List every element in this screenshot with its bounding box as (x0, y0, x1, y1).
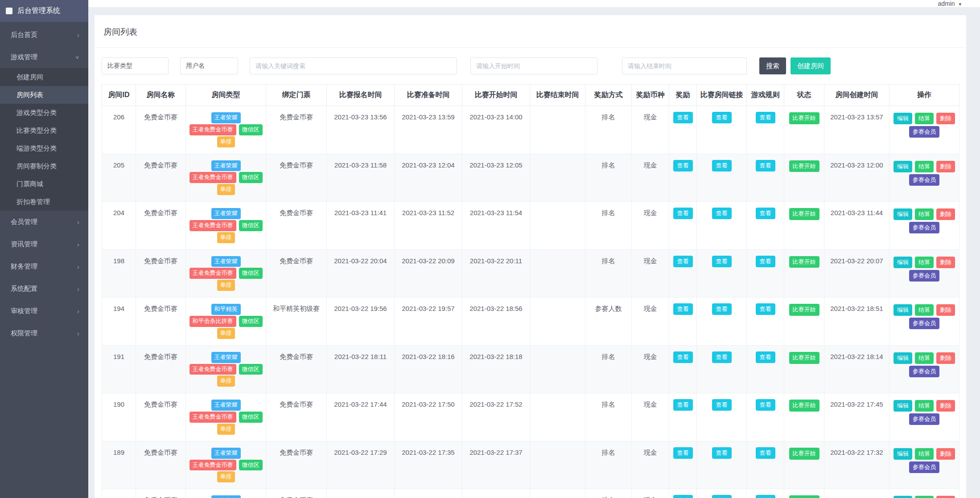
view-room-link-button[interactable]: 查看 (712, 399, 732, 411)
keyword-input[interactable] (250, 57, 457, 74)
view-reward-button[interactable]: 查看 (673, 351, 693, 363)
sidebar-item-audit-management[interactable]: 审核管理› (0, 300, 88, 322)
submenu-item-ticket-mall[interactable]: 门票商城 (0, 175, 88, 193)
view-game-rules-button[interactable]: 查看 (756, 256, 775, 267)
members-button[interactable]: 参赛会员 (909, 318, 939, 329)
delete-button[interactable]: 删除 (936, 352, 955, 364)
delete-button[interactable]: 删除 (936, 208, 955, 220)
cell-actions: 编辑结算删除参赛会员 (889, 154, 959, 202)
view-game-rules-button[interactable]: 查看 (756, 208, 775, 219)
search-button[interactable]: 搜索 (759, 57, 786, 74)
members-button[interactable]: 参赛会员 (909, 461, 939, 473)
start-time-input[interactable] (470, 57, 597, 74)
members-button[interactable]: 参赛会员 (909, 174, 939, 186)
column-header: 奖励 (669, 85, 697, 106)
edit-button[interactable]: 编辑 (894, 208, 912, 220)
submenu-item-room-list[interactable]: 房间列表 (0, 86, 88, 104)
view-reward-button[interactable]: 查看 (673, 447, 693, 459)
edit-button[interactable]: 编辑 (894, 400, 912, 412)
settle-button[interactable]: 结算 (915, 257, 934, 268)
submenu-item-room-format-category[interactable]: 房间赛制分类 (0, 157, 88, 175)
submenu-item-discount-coupon[interactable]: 折扣卷管理 (0, 193, 88, 211)
delete-button[interactable]: 删除 (936, 448, 955, 460)
members-button[interactable]: 参赛会员 (909, 270, 939, 282)
view-game-rules-button[interactable]: 查看 (756, 495, 775, 498)
submenu-item-create-room[interactable]: 创建房间 (0, 68, 88, 86)
cell-reward: 查看 (669, 154, 697, 202)
members-button[interactable]: 参赛会员 (909, 222, 939, 233)
view-room-link-button[interactable]: 查看 (712, 208, 732, 219)
view-room-link-button[interactable]: 查看 (712, 160, 732, 171)
cell-start-time: 2021-03-22 17:52 (462, 393, 530, 441)
settle-button[interactable]: 结算 (915, 496, 934, 498)
view-game-rules-button[interactable]: 查看 (756, 447, 775, 459)
delete-button[interactable]: 删除 (936, 161, 955, 172)
submenu-item-game-type-category[interactable]: 游戏类型分类 (0, 104, 88, 122)
view-reward-button[interactable]: 查看 (673, 256, 693, 267)
settle-button[interactable]: 结算 (915, 113, 934, 124)
settle-button[interactable]: 结算 (915, 161, 934, 172)
view-game-rules-button[interactable]: 查看 (756, 399, 775, 411)
submenu-item-match-type-category[interactable]: 比赛类型分类 (0, 122, 88, 139)
settle-button[interactable]: 结算 (915, 304, 934, 316)
nav-label: 房间列表 (16, 91, 43, 99)
view-room-link-button[interactable]: 查看 (712, 495, 732, 498)
status-badge: 比赛开始 (789, 304, 819, 316)
edit-button[interactable]: 编辑 (894, 352, 912, 364)
column-header: 奖励方式 (585, 85, 632, 106)
edit-button[interactable]: 编辑 (894, 113, 912, 124)
view-room-link-button[interactable]: 查看 (712, 256, 732, 267)
delete-button[interactable]: 删除 (936, 113, 955, 124)
sidebar-item-system-config[interactable]: 系统配置› (0, 278, 88, 300)
sidebar-item-info-management[interactable]: 资讯管理› (0, 233, 88, 255)
view-reward-button[interactable]: 查看 (673, 160, 693, 171)
view-room-link-button[interactable]: 查看 (712, 351, 732, 363)
view-room-link-button[interactable]: 查看 (712, 303, 732, 315)
admin-dropdown[interactable]: admin ▾ (938, 0, 961, 7)
edit-button[interactable]: 编辑 (894, 448, 912, 460)
edit-button[interactable]: 编辑 (894, 496, 912, 498)
view-room-link-button[interactable]: 查看 (712, 112, 732, 123)
content: 房间列表 搜索 创建房间 房间ID房间名称房间类型绑定门票比赛报名时间比赛准备时… (88, 7, 980, 498)
view-game-rules-button[interactable]: 查看 (756, 112, 775, 123)
view-reward-button[interactable]: 查看 (673, 495, 693, 498)
view-reward-button[interactable]: 查看 (673, 303, 693, 315)
view-reward-button[interactable]: 查看 (673, 112, 693, 123)
edit-button[interactable]: 编辑 (894, 257, 912, 268)
view-room-link-button[interactable]: 查看 (712, 447, 732, 459)
cell-status: 比赛开始 (784, 489, 824, 498)
cell-ready-time: 2021-03-22 19:57 (395, 298, 462, 346)
view-game-rules-button[interactable]: 查看 (756, 160, 775, 171)
sidebar-item-member-management[interactable]: 会员管理› (0, 211, 88, 233)
nav-label: 审核管理 (11, 307, 37, 315)
end-time-input[interactable] (622, 57, 747, 74)
members-button[interactable]: 参赛会员 (909, 413, 939, 425)
delete-button[interactable]: 删除 (936, 496, 955, 498)
delete-button[interactable]: 删除 (936, 304, 955, 316)
view-game-rules-button[interactable]: 查看 (756, 351, 775, 363)
settle-button[interactable]: 结算 (915, 448, 934, 460)
view-reward-button[interactable]: 查看 (673, 399, 693, 411)
settle-button[interactable]: 结算 (915, 352, 934, 364)
cell-room-id: 205 (102, 154, 136, 202)
sidebar-item-permission-management[interactable]: 权限管理› (0, 322, 88, 344)
view-reward-button[interactable]: 查看 (673, 208, 693, 219)
delete-button[interactable]: 删除 (936, 400, 955, 412)
submenu-item-client-game-category[interactable]: 端游类型分类 (0, 139, 88, 157)
settle-button[interactable]: 结算 (915, 400, 934, 412)
match-type-select[interactable] (102, 57, 169, 74)
edit-button[interactable]: 编辑 (894, 304, 912, 316)
delete-button[interactable]: 删除 (936, 257, 955, 268)
username-select[interactable] (180, 57, 238, 74)
sidebar-item-finance-management[interactable]: 财务管理› (0, 255, 88, 278)
settle-button[interactable]: 结算 (915, 208, 934, 220)
members-button[interactable]: 参赛会员 (909, 366, 939, 377)
cell-game-rules: 查看 (747, 106, 784, 154)
sidebar-item-dashboard[interactable]: 后台首页› (0, 24, 88, 46)
create-room-button[interactable]: 创建房间 (791, 57, 831, 74)
view-game-rules-button[interactable]: 查看 (756, 303, 775, 315)
edit-button[interactable]: 编辑 (894, 161, 912, 172)
cell-reward-currency: 现金 (632, 441, 669, 489)
sidebar-item-game-management[interactable]: 游戏管理∨ (0, 46, 88, 68)
members-button[interactable]: 参赛会员 (909, 126, 939, 138)
